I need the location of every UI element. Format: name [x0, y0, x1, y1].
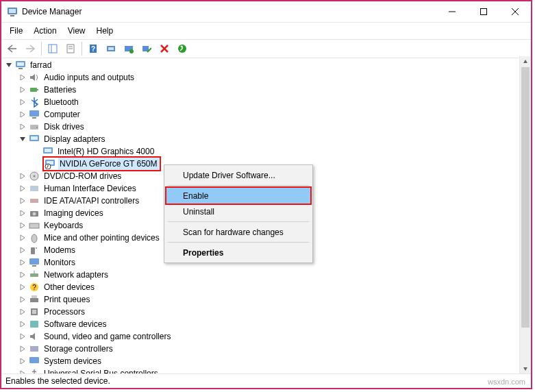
update-driver-button[interactable] — [121, 40, 137, 57]
chevron-right-icon[interactable] — [18, 171, 27, 181]
chevron-down-icon[interactable] — [4, 60, 14, 70]
window-frame: Device Manager File Action View Help ? — [0, 0, 532, 389]
bluetooth-icon — [29, 97, 40, 108]
svg-point-45 — [32, 234, 37, 243]
printer-icon — [29, 294, 40, 305]
menu-help[interactable]: Help — [92, 25, 118, 37]
tree-item-batteries[interactable]: Batteries — [18, 84, 520, 96]
svg-rect-49 — [32, 265, 36, 267]
highlight-box: NVIDIA GeForce GT 650M — [42, 156, 161, 171]
chevron-right-icon[interactable] — [18, 344, 27, 354]
tree-item-sound[interactable]: Sound, video and game controllers — [18, 330, 520, 343]
tree-label: Software devices — [42, 318, 108, 330]
tree-item-print[interactable]: Print queues — [18, 293, 520, 306]
svg-rect-60 — [29, 357, 39, 363]
tree-item-disk[interactable]: Disk drives — [18, 121, 520, 133]
back-button[interactable] — [4, 40, 21, 57]
hid-icon — [29, 183, 40, 194]
chevron-right-icon[interactable] — [18, 282, 27, 292]
scroll-thumb[interactable] — [521, 67, 530, 328]
chevron-right-icon[interactable] — [18, 307, 27, 317]
scan-hardware-button[interactable] — [103, 40, 119, 57]
enable-device-button[interactable] — [138, 40, 155, 57]
chevron-right-icon[interactable] — [18, 73, 27, 82]
svg-rect-27 — [29, 110, 39, 117]
tree-label: System devices — [42, 355, 103, 367]
context-enable[interactable]: Enable — [166, 188, 310, 204]
scroll-up-button[interactable] — [520, 56, 531, 67]
tree-item-bluetooth[interactable]: Bluetooth — [18, 96, 520, 108]
chevron-right-icon[interactable] — [18, 295, 27, 304]
context-properties[interactable]: Properties — [166, 245, 310, 260]
vertical-scrollbar[interactable] — [519, 56, 531, 374]
chevron-right-icon[interactable] — [18, 97, 27, 107]
menu-file[interactable]: File — [5, 25, 27, 37]
svg-rect-58 — [30, 321, 38, 328]
svg-rect-4 — [481, 9, 487, 15]
tree-item-system[interactable]: System devices — [18, 355, 520, 367]
tree-label: Imaging devices — [42, 207, 105, 219]
tree-item-storage[interactable]: Storage controllers — [18, 343, 520, 355]
svg-rect-23 — [17, 62, 24, 66]
close-button[interactable] — [499, 1, 531, 22]
chevron-right-icon[interactable] — [18, 332, 27, 341]
svg-rect-2 — [10, 15, 14, 16]
chevron-right-icon[interactable] — [18, 208, 27, 218]
chevron-right-icon[interactable] — [18, 184, 27, 193]
computer-icon — [29, 109, 40, 120]
tree-label: IDE ATA/ATAPI controllers — [42, 195, 140, 207]
chevron-right-icon[interactable] — [18, 85, 27, 95]
help-button[interactable]: ? — [85, 40, 101, 57]
software-icon — [29, 319, 40, 330]
tree-item-software[interactable]: Software devices — [18, 318, 520, 330]
tree-item-computer[interactable]: Computer — [18, 108, 520, 121]
tree-label: Storage controllers — [42, 343, 114, 355]
tree-root[interactable]: farrad — [4, 59, 520, 71]
chevron-down-icon[interactable] — [18, 134, 27, 144]
tree-item-audio[interactable]: Audio inputs and outputs — [18, 71, 520, 84]
minimize-button[interactable] — [436, 1, 468, 22]
chevron-right-icon[interactable] — [18, 110, 27, 119]
sound-icon — [29, 331, 40, 342]
tree-label: Sound, video and game controllers — [42, 330, 172, 343]
storage-icon — [29, 343, 40, 354]
processor-icon — [29, 306, 40, 317]
context-uninstall[interactable]: Uninstall — [166, 204, 310, 219]
chevron-right-icon[interactable] — [18, 221, 27, 230]
disk-icon — [29, 121, 40, 132]
chevron-right-icon[interactable] — [18, 122, 27, 132]
scroll-down-button[interactable] — [520, 363, 531, 374]
svg-rect-59 — [30, 346, 38, 352]
chevron-right-icon[interactable] — [18, 356, 27, 366]
refresh-button[interactable] — [174, 40, 190, 57]
disc-icon — [29, 171, 40, 182]
menu-view[interactable]: View — [64, 25, 90, 37]
chevron-right-icon[interactable] — [18, 270, 27, 280]
chevron-right-icon[interactable] — [18, 233, 27, 243]
toolbar: ? — [1, 39, 531, 58]
battery-icon — [29, 84, 40, 95]
maximize-button[interactable] — [468, 1, 499, 22]
menu-action[interactable]: Action — [29, 25, 60, 37]
tree-item-network[interactable]: Network adapters — [18, 269, 520, 281]
show-hide-button[interactable] — [45, 40, 61, 57]
display-icon — [29, 134, 40, 145]
context-update-driver[interactable]: Update Driver Software... — [166, 167, 310, 183]
svg-rect-40 — [30, 186, 38, 191]
tree-item-other[interactable]: ?Other devices — [18, 281, 520, 293]
tree-item-processors[interactable]: Processors — [18, 306, 520, 318]
uninstall-button[interactable] — [156, 40, 173, 57]
context-scan[interactable]: Scan for hardware changes — [166, 224, 310, 240]
forward-button[interactable] — [22, 40, 38, 57]
chevron-right-icon[interactable] — [18, 319, 27, 329]
svg-point-17 — [129, 49, 134, 53]
other-icon: ? — [29, 282, 40, 293]
chevron-right-icon[interactable] — [18, 196, 27, 206]
tree-item-display[interactable]: Display adapters — [18, 133, 520, 145]
title-bar: Device Manager — [1, 1, 531, 23]
chevron-right-icon[interactable] — [18, 258, 27, 267]
properties-button[interactable] — [62, 40, 79, 57]
tree-label: Network adapters — [42, 269, 110, 281]
chevron-right-icon[interactable] — [18, 245, 27, 255]
menu-separator — [168, 242, 309, 243]
